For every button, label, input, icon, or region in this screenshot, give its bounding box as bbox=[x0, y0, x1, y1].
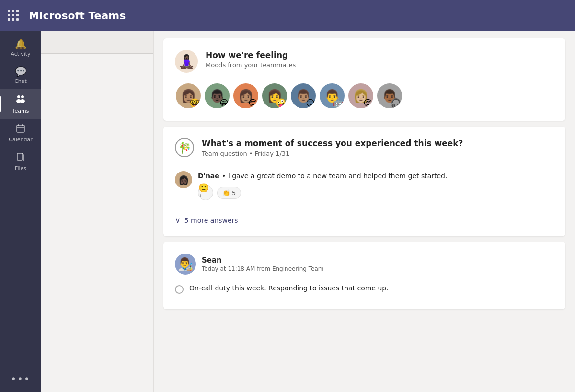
svg-point-3 bbox=[20, 99, 25, 103]
question-info: What's a moment of success you experienc… bbox=[202, 138, 463, 157]
main-layout: 🔔 Activity 💬 Chat Teams bbox=[0, 31, 575, 392]
sidebar-item-teams[interactable]: Teams bbox=[0, 89, 41, 119]
sidebar-more-button[interactable]: ••• bbox=[11, 373, 30, 384]
svg-point-1 bbox=[21, 95, 24, 98]
svg-rect-8 bbox=[17, 153, 22, 160]
sean-avatar: 👨‍🎨 bbox=[175, 254, 196, 275]
sidebar-item-calendar[interactable]: Calendar bbox=[0, 119, 41, 148]
sidebar-label-chat: Chat bbox=[14, 78, 27, 84]
sean-post-card: 👨‍🎨 Sean Today at 11:18 AM from Engineer… bbox=[163, 242, 565, 309]
sidebar-label-activity: Activity bbox=[11, 51, 30, 57]
mood-card-title: How we're feeling bbox=[206, 50, 296, 60]
clap-reaction-button[interactable]: 👏 5 bbox=[217, 187, 241, 199]
reaction-bar: 🙂+ 👏 5 bbox=[198, 185, 447, 200]
mood-avatar-3[interactable]: 👩🏽 😊 bbox=[232, 82, 259, 109]
mood-card-subtitle: Moods from your teammates bbox=[206, 61, 296, 69]
title-bar: Microsoft Teams bbox=[0, 0, 575, 31]
sidebar-label-teams: Teams bbox=[12, 108, 29, 114]
post-item-text: On-call duty this week. Responding to is… bbox=[189, 284, 389, 292]
post-item: On-call duty this week. Responding to is… bbox=[175, 280, 554, 298]
post-header: 👨‍🎨 Sean Today at 11:18 AM from Engineer… bbox=[175, 254, 554, 275]
post-meta: Today at 11:18 AM from Engineering Team bbox=[202, 265, 323, 272]
calendar-icon bbox=[16, 124, 25, 135]
question-meta: Team question • Friday 1/31 bbox=[202, 150, 463, 157]
question-icon: 🎋 bbox=[175, 138, 194, 157]
chat-icon: 💬 bbox=[15, 67, 27, 76]
radio-circle[interactable] bbox=[175, 285, 184, 294]
answer-avatar: 👩🏿 bbox=[175, 171, 192, 188]
more-answers-label: 5 more answers bbox=[184, 217, 238, 224]
mood-card: 🧘🏿‍♀️ How we're feeling Moods from your … bbox=[163, 38, 565, 121]
mood-avatar-7[interactable]: 👩🏼 😌 bbox=[347, 82, 374, 109]
content-area: 🧘🏿‍♀️ How we're feeling Moods from your … bbox=[41, 31, 575, 392]
emoji-add-icon: 🙂+ bbox=[198, 183, 213, 203]
app-title: Microsoft Teams bbox=[29, 10, 126, 22]
svg-rect-4 bbox=[17, 125, 24, 132]
more-icon: ••• bbox=[11, 373, 30, 384]
left-panel-tab bbox=[41, 31, 153, 54]
sidebar-label-files: Files bbox=[15, 165, 26, 172]
add-reaction-button[interactable]: 🙂+ bbox=[198, 185, 213, 200]
answer-name-line: D'nae • I gave a great demo to a new tea… bbox=[198, 171, 447, 180]
main-feed: 🧘🏿‍♀️ How we're feeling Moods from your … bbox=[154, 31, 575, 392]
mood-card-header: 🧘🏿‍♀️ How we're feeling Moods from your … bbox=[175, 50, 554, 73]
svg-point-0 bbox=[17, 95, 20, 98]
sidebar-item-activity[interactable]: 🔔 Activity bbox=[0, 35, 41, 62]
question-title: What's a moment of success you experienc… bbox=[202, 138, 463, 149]
answer-name: D'nae bbox=[198, 172, 219, 180]
clap-emoji: 👏 bbox=[222, 189, 230, 196]
answer-separator: • bbox=[222, 172, 228, 180]
answer-row: 👩🏿 D'nae • I gave a great demo to a new … bbox=[175, 165, 554, 206]
mood-avatars: 👩🏽 🤓 👨🏿 😄 👩🏽 😊 👩 🤪 bbox=[175, 82, 554, 109]
mood-avatar-1[interactable]: 👩🏽 🤓 bbox=[175, 82, 202, 109]
mood-avatar-8[interactable]: 👨🏾 🎧 bbox=[376, 82, 403, 109]
question-card-header: 🎋 What's a moment of success you experie… bbox=[175, 138, 554, 157]
mood-card-info: How we're feeling Moods from your teamma… bbox=[206, 50, 296, 69]
mood-card-avatar: 🧘🏿‍♀️ bbox=[175, 50, 198, 73]
activity-icon: 🔔 bbox=[15, 39, 27, 49]
question-card: 🎋 What's a moment of success you experie… bbox=[163, 127, 565, 236]
mood-avatar-4[interactable]: 👩 🤪 bbox=[261, 82, 288, 109]
post-author: Sean bbox=[202, 256, 323, 265]
mood-avatar-6[interactable]: 👨 🤖 bbox=[319, 82, 345, 109]
sidebar-label-calendar: Calendar bbox=[9, 137, 32, 143]
mood-avatar-5[interactable]: 👨🏽 😏 bbox=[290, 82, 317, 109]
answer-content: D'nae • I gave a great demo to a new tea… bbox=[198, 171, 447, 200]
files-icon bbox=[16, 152, 25, 163]
chevron-down-icon: ∨ bbox=[175, 216, 181, 225]
app-grid-icon[interactable] bbox=[8, 10, 19, 21]
sidebar-item-chat[interactable]: 💬 Chat bbox=[0, 62, 41, 89]
mood-avatar-2[interactable]: 👨🏿 😄 bbox=[204, 82, 230, 109]
post-info: Sean Today at 11:18 AM from Engineering … bbox=[202, 256, 323, 272]
answer-text: I gave a great demo to a new team and he… bbox=[228, 172, 448, 180]
sidebar-item-files[interactable]: Files bbox=[0, 148, 41, 176]
clap-count: 5 bbox=[232, 189, 236, 196]
teams-icon bbox=[15, 94, 26, 106]
left-panel bbox=[41, 31, 154, 392]
more-answers-button[interactable]: ∨ 5 more answers bbox=[175, 212, 554, 225]
sidebar: 🔔 Activity 💬 Chat Teams bbox=[0, 31, 41, 392]
